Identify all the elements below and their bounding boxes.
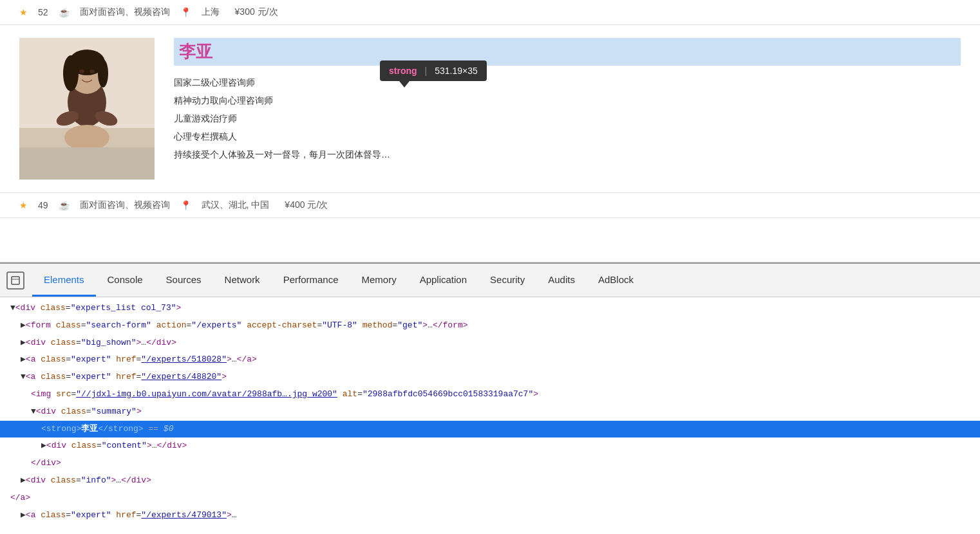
desc-line-3: 儿童游戏治疗师 (174, 109, 961, 127)
code-line-13: ▶<a class="expert" href="/experts/479013… (0, 507, 980, 524)
star-icon-3: ★ (19, 200, 28, 210)
pin-icon-3: 📍 (180, 200, 191, 210)
tab-security[interactable]: Security (478, 264, 536, 297)
tab-console[interactable]: Console (96, 264, 155, 297)
code-line-4: ▶<a class="expert" href="/experts/518028… (0, 351, 980, 369)
coffee-icon-3: ☕ (59, 200, 70, 210)
code-line-2: ▶<form class="search-form" action="/expe… (0, 317, 980, 335)
code-line-9: ▶<div class="content">…</div> (0, 437, 980, 455)
rating-1: 52 (38, 7, 48, 17)
code-line-10: </div> (0, 455, 980, 472)
svg-point-9 (63, 55, 79, 91)
tooltip-box: strong | 531.19×35 (380, 60, 487, 81)
desc-line-1: 国家二级心理咨询师 (174, 73, 961, 91)
devtools-tabs: Elements Console Sources Network Perform… (0, 264, 980, 297)
expert-desc-2: 国家二级心理咨询师 精神动力取向心理咨询师 儿童游戏治疗师 心理专栏撰稿人 持续… (174, 73, 961, 163)
tab-adblock[interactable]: AdBlock (587, 264, 645, 297)
tab-elements[interactable]: Elements (32, 264, 96, 297)
star-icon-1: ★ (19, 7, 28, 17)
expert-card-2: strong | 531.19×35 (0, 25, 980, 193)
expert-row-3: ★ 49 ☕ 面对面咨询、视频咨询 📍 武汉、湖北, 中国 ¥400 元/次 (0, 193, 980, 218)
devtools-panel: Elements Console Sources Network Perform… (0, 262, 980, 534)
code-line-5: ▼<a class="expert" href="/experts/48820"… (0, 369, 980, 386)
tab-performance[interactable]: Performance (272, 264, 350, 297)
svg-rect-14 (12, 277, 19, 284)
tooltip-dimensions: 531.19×35 (435, 66, 478, 76)
svg-point-11 (79, 69, 84, 73)
svg-point-12 (90, 69, 95, 73)
tooltip-arrow (399, 81, 410, 87)
desc-line-5: 持续接受个人体验及一对一督导，每月一次团体督导… (174, 145, 961, 163)
code-line-6: <img src="//jdxl-img.b0.upaiyun.com/avat… (0, 386, 980, 403)
tab-sources[interactable]: Sources (155, 264, 213, 297)
tooltip-tag: strong (389, 66, 417, 76)
code-line-12: </a> (0, 490, 980, 507)
expert-meta-3: ★ 49 ☕ 面对面咨询、视频咨询 📍 武汉、湖北, 中国 ¥400 元/次 (19, 199, 328, 211)
service-3: 面对面咨询、视频咨询 (80, 199, 170, 211)
svg-point-10 (98, 59, 108, 87)
expert-photo-2 (19, 38, 155, 180)
coffee-icon-1: ☕ (59, 7, 70, 17)
tab-application[interactable]: Application (408, 264, 478, 297)
code-line-3: ▶<div class="big_shown">…</div> (0, 335, 980, 352)
desc-line-2: 精神动力取向心理咨询师 (174, 91, 961, 109)
code-line-7: ▼<div class="summary"> (0, 403, 980, 421)
svg-point-5 (64, 125, 109, 151)
expert-meta-1: ★ 52 ☕ 面对面咨询、视频咨询 📍 上海 ¥300 元/次 (19, 6, 278, 18)
location-3: 武汉、湖北, 中国 (202, 199, 270, 211)
price-1: ¥300 元/次 (235, 6, 278, 18)
pin-icon-1: 📍 (180, 7, 191, 17)
code-line-1: ▼<div class="experts_list col_73"> (0, 300, 980, 317)
code-line-11: ▶<div class="info">…</div> (0, 472, 980, 490)
service-1: 面对面咨询、视频咨询 (80, 6, 170, 18)
expert-name-2: 李亚 (174, 38, 961, 66)
price-3: ¥400 元/次 (285, 199, 328, 211)
rating-3: 49 (38, 200, 48, 210)
tooltip: strong | 531.19×35 (380, 60, 487, 87)
webpage-preview: ★ 52 ☕ 面对面咨询、视频咨询 📍 上海 ¥300 元/次 strong |… (0, 0, 980, 262)
devtools-code-panel[interactable]: ▼<div class="experts_list col_73"> ▶<for… (0, 297, 980, 534)
expert-info-2: 李亚 国家二级心理咨询师 精神动力取向心理咨询师 儿童游戏治疗师 心理专栏撰稿人… (174, 38, 961, 180)
svg-rect-13 (19, 147, 155, 180)
expert-row-1: ★ 52 ☕ 面对面咨询、视频咨询 📍 上海 ¥300 元/次 (0, 0, 980, 25)
code-line-8-highlighted[interactable]: <strong>李亚</strong> == $0 (0, 421, 980, 438)
tab-memory[interactable]: Memory (350, 264, 408, 297)
tab-network[interactable]: Network (213, 264, 272, 297)
tab-audits[interactable]: Audits (536, 264, 587, 297)
location-1: 上海 (202, 6, 220, 18)
devtools-toggle-icon[interactable] (6, 272, 24, 290)
desc-line-4: 心理专栏撰稿人 (174, 127, 961, 145)
